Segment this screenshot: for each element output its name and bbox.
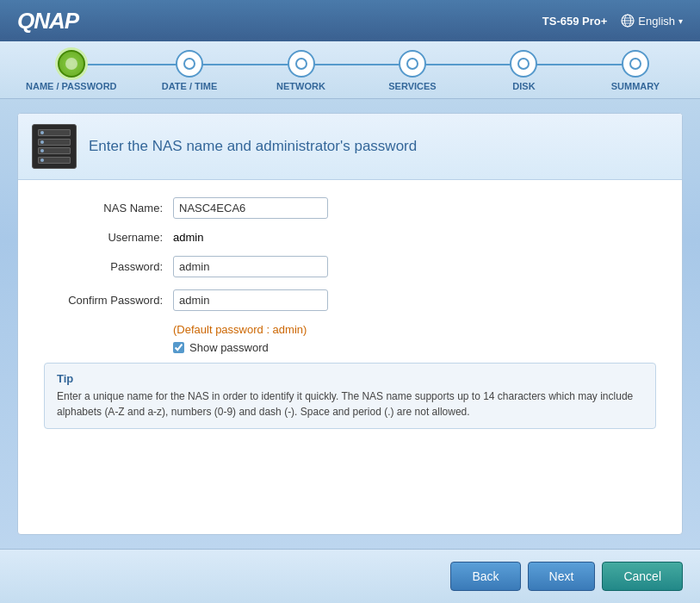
step-circle-disk (510, 50, 537, 78)
step-summary[interactable]: SUMMARY (597, 50, 674, 91)
step-circle-network (288, 50, 315, 78)
globe-icon (621, 14, 635, 28)
step-label-date-time: DATE / TIME (162, 81, 218, 91)
step-label-services: SERVICES (388, 81, 436, 91)
default-password-note: (Default password : admin) (173, 323, 656, 336)
show-password-checkbox[interactable] (173, 342, 184, 353)
show-password-label[interactable]: Show password (189, 341, 269, 354)
language-label: English (638, 15, 675, 28)
nas-device-icon (32, 124, 77, 169)
nas-slot-1 (38, 129, 71, 136)
cancel-button[interactable]: Cancel (602, 562, 683, 591)
panel-body: NAS Name: Username: admin Password: Conf… (18, 180, 682, 534)
username-value: admin (173, 231, 203, 244)
step-circle-date-time (176, 50, 203, 78)
step-label-name-password: NAME / PASSWORD (26, 81, 117, 91)
steps-container: NAME / PASSWORD DATE / TIME NETWORK SERV… (26, 50, 674, 98)
confirm-password-input[interactable] (173, 289, 328, 311)
nas-name-label: NAS Name: (44, 202, 173, 214)
tip-box: Tip Enter a unique name for the NAS in o… (44, 363, 656, 429)
nas-slot-3 (38, 147, 71, 154)
step-label-network: NETWORK (276, 81, 325, 91)
step-disk[interactable]: DISK (485, 50, 562, 91)
show-password-row: Show password (173, 341, 656, 354)
password-row: Password: (44, 256, 656, 277)
step-circle-services (399, 50, 426, 78)
step-label-disk: DISK (512, 81, 535, 91)
language-selector[interactable]: English ▾ (621, 14, 683, 28)
chevron-down-icon: ▾ (678, 16, 683, 26)
content-panel: Enter the NAS name and administrator's p… (17, 113, 683, 535)
nas-name-input[interactable] (173, 197, 328, 219)
confirm-password-row: Confirm Password: (44, 289, 656, 311)
main-area: Enter the NAS name and administrator's p… (0, 99, 700, 549)
step-services[interactable]: SERVICES (374, 50, 451, 91)
password-input[interactable] (173, 256, 328, 277)
password-label: Password: (44, 260, 173, 273)
wizard-steps-bar: NAME / PASSWORD DATE / TIME NETWORK SERV… (0, 41, 700, 99)
header-right: TS-659 Pro+ English ▾ (542, 14, 683, 28)
step-label-summary: SUMMARY (611, 81, 660, 91)
device-name: TS-659 Pro+ (542, 15, 608, 28)
step-circle-summary (622, 50, 649, 78)
username-label: Username: (44, 231, 173, 244)
step-network[interactable]: NETWORK (263, 50, 340, 91)
tip-text: Enter a unique name for the NAS in order… (57, 389, 643, 420)
footer: Back Next Cancel (0, 549, 700, 603)
nas-slot-2 (38, 139, 71, 146)
back-button[interactable]: Back (450, 562, 520, 591)
panel-title: Enter the NAS name and administrator's p… (89, 138, 417, 155)
header: QNAP TS-659 Pro+ English ▾ (0, 0, 700, 41)
nas-slot-4 (38, 157, 71, 164)
tip-title: Tip (57, 372, 643, 385)
nas-name-row: NAS Name: (44, 197, 656, 219)
step-date-time[interactable]: DATE / TIME (151, 50, 228, 91)
step-name-password[interactable]: NAME / PASSWORD (26, 50, 117, 91)
step-circle-name-password (58, 50, 85, 78)
confirm-password-label: Confirm Password: (44, 294, 173, 307)
panel-header: Enter the NAS name and administrator's p… (18, 114, 682, 180)
username-row: Username: admin (44, 231, 656, 244)
next-button[interactable]: Next (528, 562, 596, 591)
qnap-logo: QNAP (17, 8, 78, 34)
